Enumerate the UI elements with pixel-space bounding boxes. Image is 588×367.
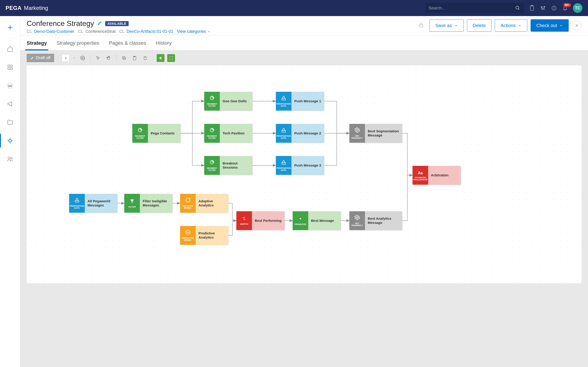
settings-icon[interactable] <box>79 54 86 62</box>
node-label: Breakout Sessions <box>220 156 252 175</box>
strategy-canvas[interactable]: SEGMENT FILTERPega ContactsSEGMENT FILTE… <box>27 65 582 283</box>
check-out-button[interactable]: Check out <box>531 19 569 32</box>
setprop-icon <box>355 127 360 134</box>
delete-button[interactable]: Delete <box>467 19 492 32</box>
connector[interactable] <box>402 133 413 175</box>
node-type-label: SEGMENT FILTER <box>133 135 147 139</box>
node-label: Adaptive Analytics <box>196 194 228 213</box>
node-label: Tech Pavilion <box>220 124 252 143</box>
svg-point-50 <box>356 129 358 131</box>
node-arbitration[interactable]: ABCHAMPION CHALLENGERArbitration <box>413 166 461 185</box>
user-avatar[interactable]: TC <box>573 3 582 13</box>
breadcrumb: CL Demo-Data-Customer CL ConferenceStrat… <box>27 29 416 34</box>
rail-create[interactable] <box>0 18 20 37</box>
tab-history[interactable]: History <box>156 35 172 50</box>
node-best_msg[interactable]: PRIORITIZEBest Message <box>293 211 341 230</box>
node-icon-col: PRIORITIZE <box>293 211 308 230</box>
connector[interactable] <box>228 203 236 221</box>
node-label: Arbitration <box>428 166 461 185</box>
node-best_perf[interactable]: SWITCHBest Performing <box>236 211 285 230</box>
svg-rect-47 <box>282 98 285 100</box>
rail-interactions[interactable]: 1:1 <box>0 76 20 95</box>
segment-icon <box>209 95 215 102</box>
connector[interactable] <box>228 221 236 235</box>
chevron-down-icon[interactable] <box>72 56 76 60</box>
node-label: Best Segmentation Message <box>365 124 402 143</box>
node-icon-col: SEGMENT FILTER <box>204 156 220 175</box>
node-push3[interactable]: PROPOSITION DATAPush Message 3 <box>276 156 324 175</box>
close-button[interactable] <box>572 21 582 30</box>
champion-icon: AB <box>418 170 423 176</box>
tab-strategy-properties[interactable]: Strategy properties <box>57 35 99 50</box>
rail-campaigns[interactable] <box>0 95 20 113</box>
breadcrumb-ruleset[interactable]: DevCo-Artifacts:01-01-01 <box>127 29 173 34</box>
pointer-tool[interactable] <box>94 54 102 62</box>
node-predictive[interactable]: PREDICTIVE MODELPredictive Analytics <box>180 226 228 245</box>
node-breakout[interactable]: SEGMENT FILTERBreakout Sessions <box>204 156 252 175</box>
node-tech_pavilion[interactable]: SEGMENT FILTERTech Pavilion <box>204 124 252 143</box>
save-as-button[interactable]: Save as <box>430 19 464 32</box>
node-label: Filter Ineligible Messages <box>140 194 173 213</box>
setprop-icon <box>355 215 360 222</box>
lock-icon[interactable] <box>416 20 426 31</box>
status-badge: AVAILABLE <box>105 21 129 26</box>
connector[interactable] <box>402 175 413 221</box>
node-best_anal[interactable]: SET PROPERTYBest Analytics Message <box>349 211 402 230</box>
rail-library[interactable] <box>0 113 20 131</box>
global-search[interactable] <box>425 3 524 13</box>
copy-icon[interactable] <box>120 54 128 62</box>
node-push1[interactable]: PROPOSITION DATAPush Message 1 <box>276 92 324 110</box>
node-label: Push Message 3 <box>292 156 324 175</box>
rail-apps[interactable] <box>0 58 20 76</box>
info-icon[interactable] <box>551 5 557 11</box>
svg-point-0 <box>516 6 519 9</box>
node-type-label: PROPOSITION DATA <box>276 135 291 139</box>
node-adaptive[interactable]: ADAPTIVE MODELAdaptive Analytics <box>180 194 228 213</box>
rail-audience[interactable] <box>0 150 20 168</box>
connector[interactable] <box>324 133 349 165</box>
notifications-icon[interactable]: 99+ <box>562 5 568 11</box>
connector[interactable] <box>181 133 204 165</box>
pan-tool[interactable] <box>105 54 112 62</box>
auto-arrange-1[interactable] <box>157 54 164 62</box>
svg-point-12 <box>554 7 554 7</box>
node-label: Predictive Analytics <box>196 226 228 245</box>
draft-toggle[interactable]: Draft off <box>27 54 54 62</box>
breadcrumb-class[interactable]: Demo-Data-Customer <box>34 29 74 34</box>
segment-icon <box>209 159 215 166</box>
tabs: Strategy Strategy properties Pages & cla… <box>20 35 588 50</box>
node-icon-col: ABCHAMPION CHALLENGER <box>413 166 428 185</box>
notifications-badge: 99+ <box>563 3 571 7</box>
add-shape-button[interactable] <box>62 54 69 62</box>
clipboard-icon[interactable] <box>529 5 535 11</box>
rail-separator <box>3 38 17 38</box>
svg-point-7 <box>541 7 542 8</box>
node-all_pega[interactable]: PROPOSITION DATAAll Pegaworld Messages <box>69 194 117 213</box>
connector[interactable] <box>181 101 204 133</box>
rail-strategy[interactable] <box>0 131 20 150</box>
brand-product: Marketing <box>24 5 48 11</box>
svg-point-53 <box>356 217 358 218</box>
paste-icon[interactable] <box>131 54 138 62</box>
actions-button[interactable]: Actions <box>495 19 527 32</box>
tab-strategy[interactable]: Strategy <box>27 35 47 50</box>
svg-point-33 <box>82 57 83 59</box>
search-input[interactable] <box>429 6 515 10</box>
node-best_seg[interactable]: SET PROPERTYBest Segmentation Message <box>349 124 402 143</box>
node-pega_contacts[interactable]: SEGMENT FILTERPega Contacts <box>132 124 181 143</box>
tab-pages-classes[interactable]: Pages & classes <box>109 35 146 50</box>
node-filter_inel[interactable]: FILTERFilter Ineligible Messages <box>124 194 173 213</box>
edit-title-icon[interactable] <box>97 21 102 26</box>
page-title: Conference Strategy <box>27 19 94 28</box>
delete-icon[interactable] <box>141 54 149 62</box>
node-push2[interactable]: PROPOSITION DATAPush Message 2 <box>276 124 324 143</box>
view-categories-link[interactable]: View categories <box>177 29 210 34</box>
sliders-icon[interactable] <box>540 5 546 11</box>
svg-rect-28 <box>420 25 423 27</box>
rail-home[interactable] <box>0 40 20 58</box>
search-icon[interactable] <box>515 5 521 11</box>
node-label: Push Message 2 <box>292 124 324 143</box>
node-goo_goo[interactable]: SEGMENT FILTERGoo Goo Dolls <box>204 92 252 110</box>
connector[interactable] <box>324 101 349 133</box>
auto-arrange-2[interactable] <box>167 54 175 62</box>
